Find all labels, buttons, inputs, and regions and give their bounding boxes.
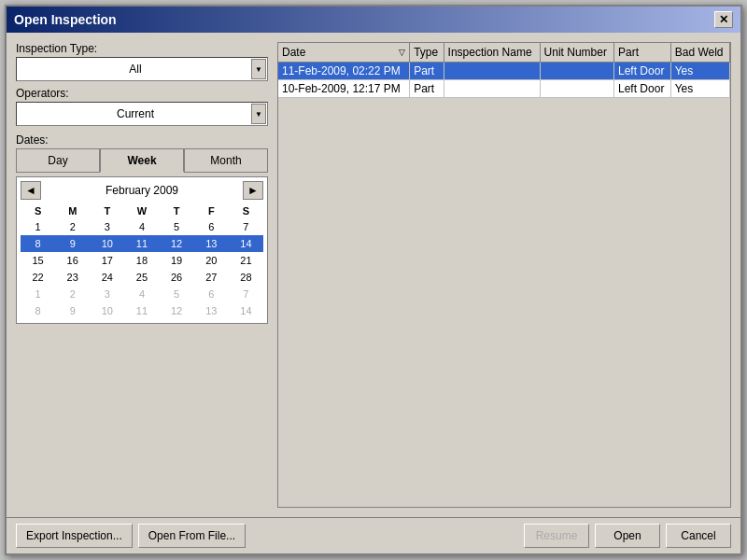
tab-week[interactable]: Week [100,148,184,173]
dialog-title: Open Inspection [14,12,117,27]
open-inspection-dialog: Open Inspection ✕ Inspection Type: All ▼… [5,5,742,555]
calendar-month-year: February 2009 [106,184,178,197]
col-bad-weld[interactable]: Bad Weld [670,43,729,63]
cal-cell[interactable]: 18 [124,252,159,269]
left-panel: Inspection Type: All ▼ Operators: Curren… [16,42,268,508]
cal-cell-gray[interactable]: 3 [90,286,124,302]
dates-label: Dates: [16,133,268,147]
cal-cell[interactable]: 1 [21,218,55,235]
cal-cell[interactable]: 7 [229,218,263,235]
cell-part: Left Door [614,80,671,98]
cal-cell-selected[interactable]: 14 [229,235,263,252]
cal-cell[interactable]: 28 [229,269,263,286]
cal-cell-gray[interactable]: 14 [229,302,263,319]
dialog-body: Inspection Type: All ▼ Operators: Curren… [7,33,740,517]
cal-cell-gray[interactable]: 12 [160,302,194,319]
right-panel: Date ▽ Type Inspection Name Unit Number … [277,42,731,508]
col-date[interactable]: Date ▽ [278,43,410,63]
cal-cell[interactable]: 6 [194,218,229,235]
operators-label: Operators: [16,87,268,100]
table-row[interactable]: 10-Feb-2009, 12:17 PM Part Left Door Yes [278,80,730,98]
prev-month-button[interactable]: ◄ [21,181,41,200]
cell-inspection-name [444,63,540,80]
inspection-type-label: Inspection Type: [16,42,268,55]
cell-bad-weld: Yes [670,80,729,98]
cal-cell-selected[interactable]: 8 [21,235,55,252]
cal-cell[interactable]: 2 [55,218,90,235]
title-bar: Open Inspection ✕ [7,7,740,33]
cal-cell-gray[interactable]: 6 [194,286,229,302]
cell-unit-number [540,63,613,80]
cal-cell-gray[interactable]: 2 [55,286,90,302]
cal-cell-gray[interactable]: 8 [21,302,55,319]
date-tabs: Day Week Month [16,148,268,173]
cal-cell[interactable]: 17 [90,252,124,269]
cal-cell-gray[interactable]: 4 [124,286,159,302]
cal-cell[interactable]: 5 [160,218,194,235]
cell-date: 11-Feb-2009, 02:22 PM [278,63,410,80]
cal-cell[interactable]: 16 [55,252,90,269]
dates-section: Dates: Day Week Month ◄ February 2009 ► [16,133,268,324]
cal-cell-selected[interactable]: 13 [194,235,229,252]
cell-inspection-name [444,80,540,98]
cal-cell[interactable]: 26 [160,269,194,286]
cal-cell-gray[interactable]: 11 [124,302,159,319]
cancel-button[interactable]: Cancel [666,524,731,548]
cal-cell-gray[interactable]: 13 [194,302,229,319]
col-inspection-name[interactable]: Inspection Name [444,43,540,63]
open-from-file-button[interactable]: Open From File... [138,524,246,548]
cell-type: Part [410,63,444,80]
cal-cell-gray[interactable]: 1 [21,286,55,302]
table-row[interactable]: 11-Feb-2009, 02:22 PM Part Left Door Yes [278,63,730,80]
col-unit-number[interactable]: Unit Number [540,43,613,63]
cal-cell-gray[interactable]: 9 [55,302,90,319]
operators-select[interactable]: Current [16,102,268,126]
cell-bad-weld: Yes [670,63,729,80]
dialog-footer: Export Inspection... Open From File... R… [7,517,740,553]
cal-cell-gray[interactable]: 10 [90,302,124,319]
cal-cell[interactable]: 22 [21,269,55,286]
close-button[interactable]: ✕ [714,11,733,28]
cal-cell-selected[interactable]: 11 [124,235,159,252]
cal-cell[interactable]: 24 [90,269,124,286]
resume-button[interactable]: Resume [524,524,589,548]
footer-left: Export Inspection... Open From File... [16,524,246,548]
cell-date: 10-Feb-2009, 12:17 PM [278,80,410,98]
calendar-header: ◄ February 2009 ► [21,181,263,200]
cal-cell[interactable]: 4 [124,218,159,235]
inspection-type-section: Inspection Type: All ▼ [16,42,268,81]
day-name-sat: S [229,203,263,218]
day-name-fri: F [194,203,229,218]
cal-cell[interactable]: 21 [229,252,263,269]
day-name-mon: M [55,203,90,218]
day-name-tue: T [90,203,124,218]
calendar: ◄ February 2009 ► S M T W T F S [16,176,268,324]
cal-cell-selected[interactable]: 12 [160,235,194,252]
footer-right: Resume Open Cancel [524,524,731,548]
cal-cell[interactable]: 15 [21,252,55,269]
cell-part: Left Door [614,63,671,80]
cal-cell[interactable]: 25 [124,269,159,286]
cal-cell[interactable]: 19 [160,252,194,269]
inspections-table-container: Date ▽ Type Inspection Name Unit Number … [277,42,731,508]
inspection-type-wrapper: All ▼ [16,57,268,81]
export-inspection-button[interactable]: Export Inspection... [16,524,133,548]
cal-cell[interactable]: 23 [55,269,90,286]
cell-type: Part [410,80,444,98]
inspection-type-select[interactable]: All [16,57,268,81]
tab-day[interactable]: Day [16,148,100,173]
cal-cell-selected[interactable]: 9 [55,235,90,252]
cell-unit-number [540,80,613,98]
cal-cell[interactable]: 3 [90,218,124,235]
col-part[interactable]: Part [614,43,671,63]
next-month-button[interactable]: ► [243,181,263,200]
tab-month[interactable]: Month [184,148,268,173]
cal-cell-gray[interactable]: 7 [229,286,263,302]
cal-cell[interactable]: 27 [194,269,229,286]
cal-cell-selected[interactable]: 10 [90,235,124,252]
col-type[interactable]: Type [410,43,444,63]
cal-cell[interactable]: 20 [194,252,229,269]
open-button[interactable]: Open [595,524,660,548]
inspections-table: Date ▽ Type Inspection Name Unit Number … [278,43,730,98]
cal-cell-gray[interactable]: 5 [160,286,194,302]
